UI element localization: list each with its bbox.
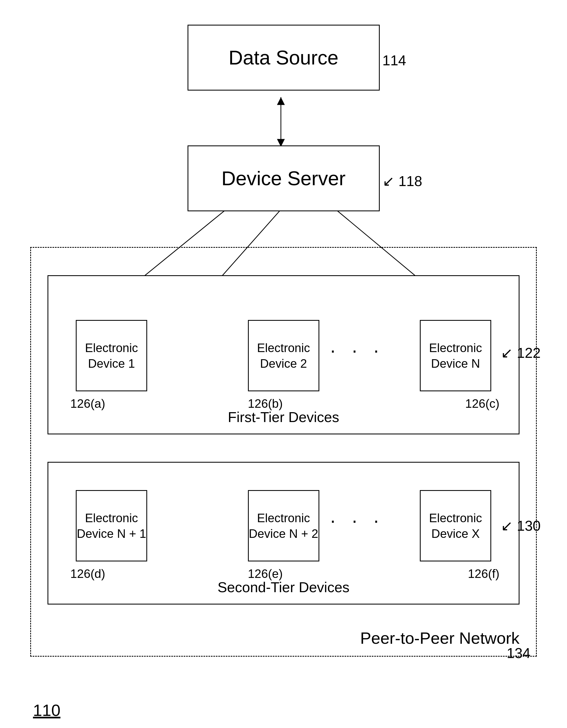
first-tier-label: First-Tier Devices [228,409,339,425]
sublabel-126d: 126(d) [70,567,105,581]
device-n1-label: Electronic Device N + 1 [77,510,146,541]
sublabel-126c: 126(c) [465,397,499,411]
diagram-container: Data Source 114 Device Server ↙ 118 Elec… [22,11,545,706]
peer-network-box: Electronic Device 1 Electronic Device 2 … [30,247,537,657]
label-130: ↙ 130 [501,518,541,534]
device-n2-label: Electronic Device N + 2 [249,510,318,541]
data-source-box: Data Source [187,25,380,91]
sublabel-126a: 126(a) [70,397,105,411]
device-n-label: Electronic Device N [429,340,482,371]
label-118: ↙ 118 [383,173,422,189]
device-n1-box: Electronic Device N + 1 [76,490,147,561]
device-2-box: Electronic Device 2 [248,320,319,391]
first-tier-dots: · · · [330,339,385,361]
second-tier-box: Electronic Device N + 1 Electronic Devic… [47,462,520,605]
device-x-label: Electronic Device X [429,510,482,541]
figure-label: 110 [33,701,60,720]
data-source-label: Data Source [228,46,338,69]
second-tier-label: Second-Tier Devices [217,579,350,595]
device-2-label: Electronic Device 2 [257,340,310,371]
svg-marker-2 [277,97,285,105]
device-n-box: Electronic Device N [420,320,491,391]
label-114: 114 [383,52,406,69]
device-1-box: Electronic Device 1 [76,320,147,391]
sublabel-126b: 126(b) [248,397,283,411]
device-x-box: Electronic Device X [420,490,491,561]
device-1-label: Electronic Device 1 [85,340,138,371]
device-server-box: Device Server [187,145,380,211]
peer-network-label: Peer-to-Peer Network [360,629,520,648]
sublabel-126e: 126(e) [248,567,283,581]
second-tier-dots: · · · [330,509,385,531]
device-n2-box: Electronic Device N + 2 [248,490,319,561]
sublabel-126f: 126(f) [468,567,499,581]
device-server-label: Device Server [221,167,346,190]
first-tier-box: Electronic Device 1 Electronic Device 2 … [47,275,520,434]
label-134: 134 [507,645,531,661]
label-122: ↙ 122 [501,345,541,361]
